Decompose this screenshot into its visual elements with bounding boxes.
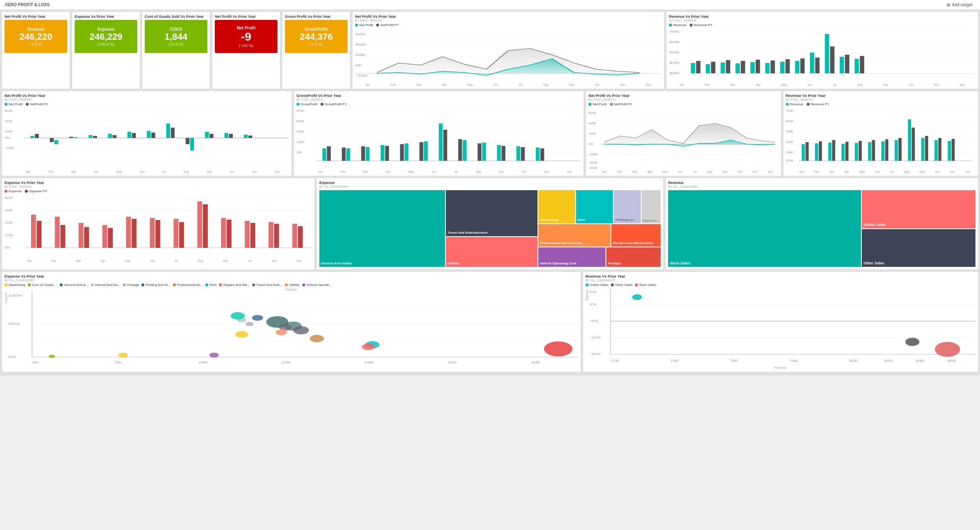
revenue-year-xaxis: JanFebMarAprMayJunJulAugSepOctNovDec bbox=[669, 83, 975, 86]
svg-rect-189 bbox=[179, 222, 184, 248]
svg-rect-68 bbox=[132, 133, 136, 138]
treemap-cell-printing: Printing An... bbox=[614, 190, 641, 223]
svg-rect-97 bbox=[366, 147, 370, 161]
treemap-mid-right: Professional And Consulti... Repairs And… bbox=[538, 224, 661, 247]
revenue-year-widget: Revenue Vs Prior Year BY FISC_MONTH Reve… bbox=[666, 12, 978, 89]
svg-rect-94 bbox=[342, 148, 345, 161]
svg-text:30K: 30K bbox=[530, 361, 540, 364]
svg-rect-99 bbox=[385, 146, 389, 161]
svg-point-228 bbox=[209, 353, 219, 358]
svg-text:5K: 5K bbox=[115, 361, 122, 364]
expense-kpi-widget: Expense Vs Prior Year Expense 246,229 (+… bbox=[72, 12, 140, 89]
svg-rect-58 bbox=[35, 134, 39, 138]
svg-text:-10%: -10% bbox=[589, 336, 601, 339]
svg-rect-40 bbox=[825, 34, 829, 73]
svg-rect-79 bbox=[244, 135, 248, 138]
svg-text:50K: 50K bbox=[786, 130, 794, 133]
svg-rect-36 bbox=[795, 61, 800, 73]
svg-text:20K: 20K bbox=[588, 132, 596, 136]
svg-text:40K: 40K bbox=[786, 140, 794, 144]
svg-rect-111 bbox=[501, 146, 505, 161]
svg-text:0K: 0K bbox=[297, 151, 302, 154]
revenue-py-right-legend: Revenue Revenue PY bbox=[786, 102, 975, 106]
grossprofit-month-chart: 80K 60K 40K 20K 0K bbox=[297, 107, 581, 169]
svg-rect-184 bbox=[126, 217, 131, 248]
svg-rect-63 bbox=[89, 135, 92, 138]
svg-text:20K: 20K bbox=[355, 53, 366, 56]
revenue-scatter-subtitle: BY GL_CATEGORY bbox=[586, 278, 975, 282]
svg-rect-186 bbox=[150, 218, 155, 248]
svg-rect-198 bbox=[292, 224, 297, 248]
svg-text:-20K: -20K bbox=[5, 147, 14, 150]
treemap-cell-rent: Rent bbox=[576, 190, 613, 223]
revenue-py-right-title: Revenue Vs Prior Year bbox=[786, 94, 975, 98]
expense-month-title: Expense Vs Prior Year bbox=[5, 181, 312, 185]
svg-rect-108 bbox=[478, 143, 481, 161]
svg-point-224 bbox=[362, 344, 375, 350]
svg-rect-160 bbox=[921, 138, 924, 161]
svg-rect-75 bbox=[205, 132, 209, 138]
svg-text:40K: 40K bbox=[669, 61, 680, 64]
expense-scatter-ylabel: %∆/prior bbox=[5, 291, 7, 305]
svg-rect-78 bbox=[229, 134, 233, 138]
svg-rect-176 bbox=[31, 215, 36, 248]
grossprofit-month-subtitle: BY FISC_MONTH bbox=[297, 98, 581, 102]
revenue-year-title: Revenue Vs Prior Year bbox=[669, 15, 975, 19]
netprofit-area-title: Net Profit Vs Prior Year bbox=[588, 94, 778, 98]
treemap-bottom-right: Vehicle Operating Cost Postage bbox=[538, 247, 661, 267]
svg-rect-59 bbox=[50, 138, 53, 142]
expense-treemap: General And Admin Travel And Entertainme… bbox=[319, 190, 661, 267]
svg-text:78K: 78K bbox=[789, 359, 798, 363]
revenue-treemap: Store Sales Online Sales Other Sales bbox=[668, 190, 975, 267]
revenue-py-right-widget: Revenue Vs Prior Year BY FISC_MONTH Reve… bbox=[783, 91, 978, 176]
svg-text:76K: 76K bbox=[730, 359, 739, 363]
netprofit-month-legend: Net Profit NetProfit PY bbox=[5, 102, 289, 106]
netprofit-label: Net Profit bbox=[237, 26, 255, 30]
svg-rect-183 bbox=[108, 228, 113, 248]
svg-rect-106 bbox=[458, 139, 462, 161]
svg-text:100%: 100% bbox=[8, 294, 23, 297]
expense-scatter-widget: Expense Vs Prior Year BY GL_CATEGORY Adv… bbox=[2, 271, 581, 372]
svg-rect-142 bbox=[802, 144, 805, 161]
revenue-value: 246,220 bbox=[19, 31, 53, 42]
svg-rect-57 bbox=[30, 136, 34, 138]
svg-rect-96 bbox=[361, 146, 365, 161]
svg-rect-65 bbox=[108, 134, 112, 138]
svg-rect-29 bbox=[741, 61, 745, 73]
treemap-cell-online-sales: Online Sales bbox=[862, 190, 975, 228]
grossprofit-month-title: GrossProfit Vs Prior Year bbox=[297, 94, 581, 98]
svg-rect-165 bbox=[951, 139, 955, 161]
svg-rect-109 bbox=[482, 143, 486, 161]
svg-point-250 bbox=[632, 294, 642, 300]
svg-text:30K: 30K bbox=[669, 72, 680, 75]
svg-text:60K: 60K bbox=[588, 111, 596, 115]
svg-text:40K: 40K bbox=[297, 130, 304, 133]
netprofit-month-widget: Net Profit Vs Prior Year BY FISC_MONTH N… bbox=[2, 91, 292, 176]
svg-rect-76 bbox=[209, 134, 213, 138]
netprofit-month-xaxis: JanFebMarAprMayJunJulAugSepOctNovDec bbox=[5, 170, 289, 173]
svg-rect-24 bbox=[706, 64, 710, 73]
cogs-kpi-widget: Cost of Goods Sold Vs Prior Year COGS 1,… bbox=[142, 12, 210, 89]
svg-point-231 bbox=[236, 331, 248, 338]
netprofit-value: -9 bbox=[241, 30, 251, 44]
svg-rect-95 bbox=[346, 148, 350, 161]
svg-text:60K: 60K bbox=[786, 120, 794, 123]
svg-rect-196 bbox=[268, 222, 273, 248]
svg-rect-192 bbox=[221, 218, 226, 248]
expense-scatter-chart: 100% 50% 0% 0K 5K 10K 15K 20K 25K 30K bbox=[8, 291, 578, 368]
svg-rect-147 bbox=[832, 140, 835, 161]
svg-rect-73 bbox=[186, 138, 190, 144]
svg-rect-181 bbox=[84, 227, 89, 248]
svg-rect-191 bbox=[203, 204, 208, 248]
svg-text:74K: 74K bbox=[670, 359, 679, 363]
revenue-kpi-title: Net Profit Vs Prior Year bbox=[5, 15, 67, 19]
revenue-scatter-ylabel: %∆/prior bbox=[586, 288, 588, 302]
svg-point-227 bbox=[276, 329, 287, 335]
add-widget-button[interactable]: ⊕ Add widget bbox=[944, 1, 975, 9]
treemap-cell-interest: Interest An... bbox=[642, 190, 661, 223]
svg-rect-77 bbox=[224, 133, 228, 138]
svg-text:50K: 50K bbox=[669, 51, 680, 54]
netprofit-kpi-title: Net Profit Vs Prior Year bbox=[215, 15, 277, 19]
svg-rect-74 bbox=[190, 138, 194, 150]
expense-treemap-subtitle: BY GL_CATEGORY bbox=[319, 185, 661, 189]
